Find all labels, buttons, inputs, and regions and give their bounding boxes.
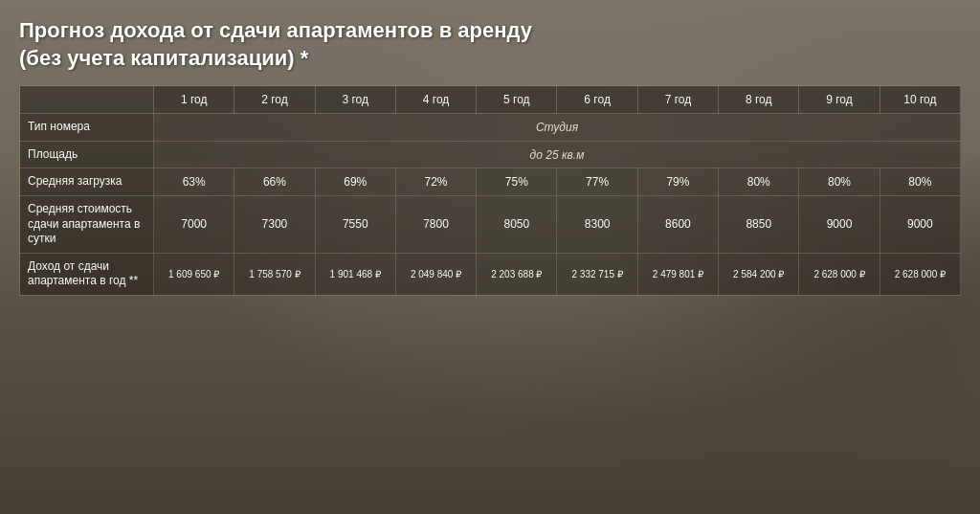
header-year-6: 6 год	[557, 86, 637, 114]
header-year-4: 4 год	[395, 86, 476, 114]
occupancy-y7: 79%	[637, 168, 718, 196]
row-area-value: до 25 кв.м	[154, 141, 961, 168]
cost-y7: 8600	[637, 195, 718, 253]
occupancy-y1: 63%	[154, 168, 234, 196]
table-wrapper: 1 год 2 год 3 год 4 год 5 год 6 год 7 го…	[19, 85, 961, 500]
header-year-2: 2 год	[234, 86, 315, 114]
occupancy-y3: 69%	[315, 168, 395, 196]
income-y7: 2 479 801 ₽	[637, 253, 718, 295]
row-type-value: Студия	[154, 114, 961, 142]
table-row-income: Доход от сдачи апартамента в год ** 1 60…	[20, 253, 961, 295]
cost-y2: 7300	[234, 195, 315, 253]
header-year-7: 7 год	[637, 86, 718, 114]
header-year-1: 1 год	[154, 86, 234, 114]
row-income-label: Доход от сдачи апартамента в год **	[20, 253, 154, 295]
cost-y4: 7800	[395, 195, 476, 253]
table-row-cost: Средняя стоимость сдачи апартамента в су…	[20, 195, 961, 253]
header-year-3: 3 год	[315, 86, 395, 114]
header-label-col	[20, 86, 154, 114]
cost-y3: 7550	[315, 195, 395, 253]
cost-y1: 7000	[154, 195, 234, 253]
row-type-label: Тип номера	[20, 114, 154, 142]
main-container: Прогноз дохода от сдачи апартаментов в а…	[0, 0, 980, 514]
occupancy-y8: 80%	[719, 168, 799, 196]
table-row-area: Площадь до 25 кв.м	[20, 141, 961, 168]
occupancy-y9: 80%	[799, 168, 880, 196]
header-year-8: 8 год	[719, 86, 799, 114]
row-cost-label: Средняя стоимость сдачи апартамента в су…	[20, 195, 154, 253]
cost-y6: 8300	[557, 195, 637, 253]
income-forecast-table: 1 год 2 год 3 год 4 год 5 год 6 год 7 го…	[19, 85, 961, 296]
income-y9: 2 628 000 ₽	[799, 253, 880, 295]
occupancy-y2: 66%	[234, 168, 315, 196]
page-title: Прогноз дохода от сдачи апартаментов в а…	[19, 17, 961, 72]
title-line2: (без учета капитализации) *	[19, 46, 308, 70]
header-year-9: 9 год	[799, 86, 880, 114]
table-row-occupancy: Средняя загрузка 63% 66% 69% 72% 75% 77%…	[20, 168, 961, 196]
header-year-5: 5 год	[477, 86, 557, 114]
header-year-10: 10 год	[880, 86, 960, 114]
income-y2: 1 758 570 ₽	[234, 253, 315, 295]
cost-y9: 9000	[799, 195, 880, 253]
row-occupancy-label: Средняя загрузка	[20, 168, 154, 196]
cost-y8: 8850	[719, 195, 799, 253]
income-y1: 1 609 650 ₽	[154, 253, 234, 295]
cost-y10: 9000	[880, 195, 960, 253]
cost-y5: 8050	[477, 195, 557, 253]
income-y10: 2 628 000 ₽	[880, 253, 960, 295]
table-row-type: Тип номера Студия	[20, 114, 961, 142]
title-line1: Прогноз дохода от сдачи апартаментов в а…	[19, 18, 532, 42]
occupancy-y10: 80%	[880, 168, 960, 196]
income-y6: 2 332 715 ₽	[557, 253, 637, 295]
income-y3: 1 901 468 ₽	[315, 253, 395, 295]
occupancy-y5: 75%	[477, 168, 557, 196]
table-header-row: 1 год 2 год 3 год 4 год 5 год 6 год 7 го…	[20, 86, 961, 114]
income-y4: 2 049 840 ₽	[395, 253, 476, 295]
occupancy-y6: 77%	[557, 168, 637, 196]
occupancy-y4: 72%	[395, 168, 476, 196]
row-area-label: Площадь	[20, 141, 154, 168]
income-y5: 2 203 688 ₽	[477, 253, 557, 295]
income-y8: 2 584 200 ₽	[719, 253, 799, 295]
